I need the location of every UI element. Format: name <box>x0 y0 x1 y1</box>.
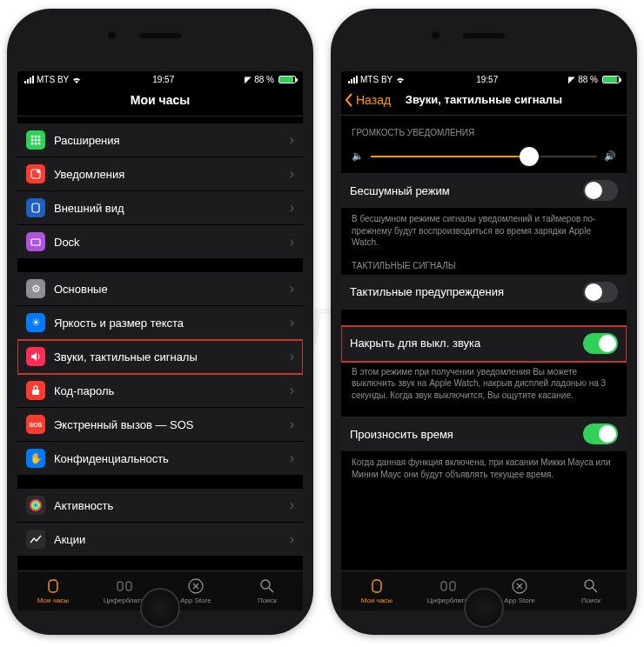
svg-point-21 <box>261 580 270 589</box>
row-silent-mode[interactable]: Бесшумный режим <box>341 172 627 209</box>
volume-low-icon: 🔈 <box>352 150 364 162</box>
svg-point-5 <box>38 139 41 142</box>
location-icon: ◤ <box>568 75 575 84</box>
battery-pct: 88 % <box>254 75 274 84</box>
battery-pct: 88 % <box>578 75 598 84</box>
svg-point-1 <box>35 136 37 138</box>
tab-search[interactable]: Поиск <box>555 571 627 610</box>
svg-point-16 <box>34 504 37 507</box>
chevron-right-icon: › <box>290 315 294 330</box>
silent-footer: В бесшумном режиме сигналы уведомлений и… <box>341 209 627 249</box>
chevron-right-icon: › <box>290 200 294 216</box>
svg-point-7 <box>35 143 37 145</box>
svg-point-27 <box>585 580 594 589</box>
home-button[interactable] <box>140 588 180 628</box>
row-extensions[interactable]: Расширения › <box>17 123 303 157</box>
haptic-switch[interactable] <box>583 282 618 303</box>
row-label: Звуки, тактильные сигналы <box>54 350 290 364</box>
chevron-right-icon: › <box>290 349 294 364</box>
row-dock[interactable]: Dock › <box>17 225 303 258</box>
tab-search[interactable]: Поиск <box>231 571 303 610</box>
activity-rings-icon <box>26 496 45 515</box>
row-notifications[interactable]: Уведомления › <box>17 157 303 191</box>
silent-switch[interactable] <box>583 180 618 201</box>
row-general[interactable]: ⚙ Основные › <box>17 272 303 306</box>
row-passcode[interactable]: Код-пароль › <box>17 374 303 408</box>
svg-point-10 <box>37 170 40 173</box>
row-label: Яркость и размер текста <box>54 317 290 330</box>
chevron-right-icon: › <box>290 531 294 547</box>
status-bar: MTS BY 19:57 ◤ 88 % <box>341 71 627 86</box>
device-camera <box>108 31 116 39</box>
back-label: Назад <box>356 93 391 107</box>
chevron-right-icon: › <box>290 132 294 148</box>
svg-rect-19 <box>126 582 131 590</box>
nav-bar: Назад Звуки, тактильные сигналы <box>341 86 627 116</box>
wifi-icon <box>71 76 82 84</box>
svg-rect-24 <box>441 582 446 590</box>
row-appearance[interactable]: Внешний вид › <box>17 191 303 225</box>
speaker-icon <box>26 347 45 366</box>
cover-switch[interactable] <box>583 333 618 354</box>
chevron-right-icon: › <box>290 497 294 513</box>
row-speak-time[interactable]: Произносить время <box>341 417 627 452</box>
tab-label: App Store <box>504 597 535 604</box>
tab-label: App Store <box>180 597 211 604</box>
row-sounds-haptics[interactable]: Звуки, тактильные сигналы › <box>17 340 303 374</box>
time-label: 19:57 <box>476 75 498 84</box>
status-bar: MTS BY 19:57 ◤ 88 % <box>17 71 303 86</box>
brightness-icon: ☀ <box>26 313 45 332</box>
screen-right: MTS BY 19:57 ◤ 88 % Назад Звуки, тактиль… <box>341 71 627 610</box>
dock-icon <box>26 232 45 251</box>
tab-label: Мои часы <box>361 597 392 604</box>
search-icon <box>582 577 600 595</box>
cover-footer: В этом режиме при получении уведомления … <box>341 362 627 402</box>
chevron-right-icon: › <box>290 417 294 432</box>
volume-slider[interactable]: 🔈 🔊 <box>341 142 627 172</box>
tab-my-watch[interactable]: Мои часы <box>341 571 413 610</box>
slider-track[interactable] <box>371 156 597 157</box>
wifi-icon <box>395 76 406 84</box>
faces-icon <box>116 577 133 595</box>
row-stocks[interactable]: Акции › <box>17 523 303 556</box>
appstore-icon <box>187 577 205 595</box>
device-speaker <box>139 33 181 38</box>
row-haptic-alerts[interactable]: Тактильные предупреждения <box>341 275 627 310</box>
watch-icon <box>368 577 386 595</box>
phone-right: MTS BY 19:57 ◤ 88 % Назад Звуки, тактиль… <box>331 9 637 635</box>
slider-thumb[interactable] <box>520 147 539 166</box>
chevron-left-icon <box>345 93 353 107</box>
faces-icon <box>439 577 457 595</box>
watch-icon <box>44 577 62 595</box>
tab-my-watch[interactable]: Мои часы <box>17 571 89 610</box>
svg-point-6 <box>31 143 34 145</box>
chevron-right-icon: › <box>290 383 294 398</box>
volume-header: ГРОМКОСТЬ УВЕДОМЛЕНИЯ <box>341 116 627 142</box>
appstore-icon <box>511 577 528 595</box>
signal-icon <box>24 76 34 83</box>
settings-detail[interactable]: ГРОМКОСТЬ УВЕДОМЛЕНИЯ 🔈 🔊 Бесшумный режи… <box>341 116 627 570</box>
row-privacy[interactable]: ✋ Конфиденциальность › <box>17 442 303 475</box>
home-button[interactable] <box>464 588 504 628</box>
row-brightness[interactable]: ☀ Яркость и размер текста › <box>17 306 303 340</box>
svg-rect-11 <box>32 203 39 212</box>
back-button[interactable]: Назад <box>345 93 391 107</box>
speak-switch[interactable] <box>583 424 618 444</box>
phone-left: MTS BY 19:57 ◤ 88 % Мои часы Расширения … <box>7 9 313 635</box>
svg-point-4 <box>35 139 37 142</box>
settings-list[interactable]: Расширения › Уведомления › Внешний вид ›… <box>17 117 303 570</box>
location-icon: ◤ <box>245 75 252 84</box>
hand-icon: ✋ <box>26 449 45 468</box>
row-label: Акции <box>54 533 290 546</box>
svg-rect-12 <box>31 239 40 245</box>
row-label: Основные <box>54 283 290 296</box>
sos-icon: SOS <box>26 415 45 434</box>
haptic-header: ТАКТИЛЬНЫЕ СИГНАЛЫ <box>341 249 627 275</box>
group-1: Расширения › Уведомления › Внешний вид ›… <box>17 123 303 258</box>
tab-label: Циферблаты <box>104 597 145 604</box>
carrier-label: MTS BY <box>37 75 69 84</box>
row-sos[interactable]: SOS Экстренный вызов — SOS › <box>17 408 303 442</box>
row-cover-to-mute[interactable]: Накрыть для выкл. звука <box>341 326 627 362</box>
row-activity[interactable]: Активность › <box>17 489 303 523</box>
chevron-right-icon: › <box>290 450 294 466</box>
